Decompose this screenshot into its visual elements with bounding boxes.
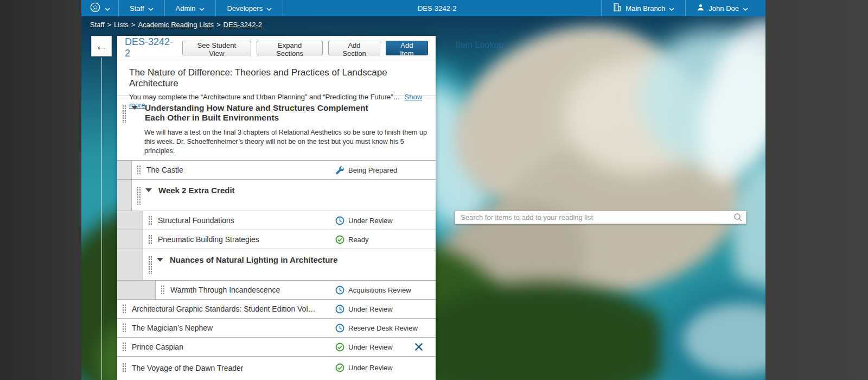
status: Reserve Desk Review: [335, 319, 418, 337]
status-label: Reserve Desk Review: [348, 324, 418, 332]
check-circle-icon: [335, 363, 344, 372]
menu-staff[interactable]: Staff: [119, 0, 165, 16]
desktop-stage: Item Lookup StaffAdminDevelopers DES-324…: [0, 0, 868, 380]
search-bar: [455, 211, 746, 224]
breadcrumb-item[interactable]: DES-3242-2: [224, 21, 263, 29]
item-title: The Magician’s Nephew: [132, 324, 213, 332]
app-window: Item Lookup StaffAdminDevelopers DES-324…: [81, 0, 765, 380]
indent-gutter: [117, 161, 132, 179]
clock-icon: [335, 305, 344, 314]
item-row[interactable]: Architectural Graphic Standards: Student…: [117, 299, 436, 318]
user-menu[interactable]: John Doe: [685, 0, 759, 16]
drag-handle[interactable]: [122, 323, 126, 333]
drag-handle[interactable]: [148, 216, 152, 226]
item-title: Structural Foundations: [158, 216, 234, 225]
menu-admin[interactable]: Admin: [165, 0, 216, 16]
collapse-triangle-icon[interactable]: [131, 106, 138, 110]
subsection-title: Week 2 Extra Credit: [158, 186, 235, 195]
branch-label: Main Branch: [626, 4, 665, 12]
course-info: The Nature of Difference: Theories and P…: [117, 60, 436, 96]
section-description: We will have a test on the final 3 chapt…: [144, 128, 433, 156]
subsection-row[interactable]: Week 2 Extra Credit: [117, 179, 436, 211]
chevron-down-icon: [148, 4, 154, 12]
status: Acquisitions Review: [335, 281, 411, 299]
drag-handle[interactable]: [122, 363, 126, 373]
reading-list-panel: DES-3242-2 See Student View Expand Secti…: [117, 36, 436, 380]
item-title: Architectural Graphic Standards: Student…: [132, 305, 316, 313]
menu-label: Admin: [176, 4, 196, 12]
drag-handle[interactable]: [122, 342, 126, 352]
menu-label: Staff: [130, 4, 144, 12]
back-arrow-icon: ←: [95, 39, 107, 53]
app-logo-menu[interactable]: [81, 0, 119, 16]
add-item-button[interactable]: Add Item: [386, 41, 428, 55]
clock-icon: [335, 286, 344, 295]
drag-handle[interactable]: [137, 186, 141, 205]
search-icon[interactable]: [733, 213, 746, 222]
expand-sections-button[interactable]: Expand Sections: [257, 41, 323, 55]
item-row[interactable]: The Magician’s NephewReserve Desk Review: [117, 318, 436, 337]
wrench-icon: [335, 166, 344, 175]
item-title: The Castle: [146, 166, 183, 174]
status-label: Under Review: [348, 364, 393, 372]
back-guide-line: [101, 58, 102, 380]
branch-menu[interactable]: Main Branch: [601, 0, 685, 16]
indent-gutter: [117, 281, 156, 299]
indent-gutter: [117, 180, 132, 211]
chevron-down-icon: [105, 4, 110, 12]
course-title: The Nature of Difference: Theories and P…: [129, 67, 424, 89]
add-section-button[interactable]: Add Section: [328, 41, 380, 55]
user-name-label: John Doe: [709, 4, 739, 12]
subsection-title: Nuances of Natural Lighting in Architect…: [170, 255, 337, 264]
indent-gutter: [117, 211, 143, 230]
item-title: Prince Caspian: [132, 343, 183, 351]
item-lookup-label: Item Lookup: [456, 40, 503, 50]
drag-handle[interactable]: [122, 304, 126, 314]
drag-handle[interactable]: [161, 285, 165, 295]
breadcrumb-separator: >: [216, 21, 221, 29]
status-label: Ready: [348, 236, 369, 244]
breadcrumb-item[interactable]: Academic Reading Lists: [138, 21, 213, 29]
user-person-icon: [697, 3, 705, 13]
back-button[interactable]: ←: [91, 36, 112, 56]
status: Being Prepared: [335, 161, 397, 179]
breadcrumb-separator: >: [107, 21, 112, 29]
drag-handle[interactable]: [148, 235, 152, 245]
menu-developers[interactable]: Developers: [216, 0, 283, 16]
collapse-triangle-icon[interactable]: [157, 258, 163, 262]
status-label: Being Prepared: [348, 166, 397, 174]
item-row[interactable]: Structural FoundationsUnder Review: [117, 211, 436, 230]
check-circle-icon: [335, 343, 344, 352]
drag-handle[interactable]: [137, 165, 141, 175]
list-code-title: DES-3242-2: [125, 36, 177, 59]
indent-gutter: [117, 230, 143, 249]
library-building-icon: [612, 3, 622, 14]
indent-gutter: [117, 249, 143, 280]
check-circle-icon: [335, 235, 344, 244]
search-input[interactable]: [455, 211, 733, 224]
globe-logo-icon: [90, 2, 101, 15]
item-title: The Voyage of the Dawn Treader: [132, 364, 243, 372]
item-title: Warmth Through Incandescence: [170, 286, 280, 294]
drag-handle[interactable]: [122, 105, 126, 123]
chevron-down-icon: [743, 4, 748, 12]
item-row[interactable]: Pneumatic Building StrategiesReady: [117, 230, 436, 249]
item-row[interactable]: Warmth Through IncandescenceAcquisitions…: [117, 280, 436, 299]
collapse-triangle-icon[interactable]: [145, 188, 152, 192]
subsection-row[interactable]: Nuances of Natural Lighting in Architect…: [117, 249, 436, 280]
item-row[interactable]: The CastleBeing Prepared: [117, 160, 436, 179]
item-title: Pneumatic Building Strategies: [158, 235, 259, 244]
see-student-view-button[interactable]: See Student View: [182, 41, 251, 55]
status: Ready: [335, 230, 369, 249]
item-row[interactable]: Prince CaspianUnder Review: [117, 337, 436, 356]
status-label: Acquisitions Review: [348, 286, 411, 294]
status-label: Under Review: [348, 343, 393, 351]
status: Under Review: [335, 300, 393, 318]
section-title: Understanding How Nature and Structures …: [145, 103, 368, 123]
item-row[interactable]: The Voyage of the Dawn TreaderUnder Revi…: [117, 356, 436, 379]
drag-handle[interactable]: [148, 256, 152, 274]
close-icon[interactable]: [414, 342, 424, 352]
breadcrumb-item[interactable]: Lists: [114, 21, 129, 29]
status-label: Under Review: [348, 217, 393, 225]
breadcrumb-item[interactable]: Staff: [90, 21, 105, 29]
